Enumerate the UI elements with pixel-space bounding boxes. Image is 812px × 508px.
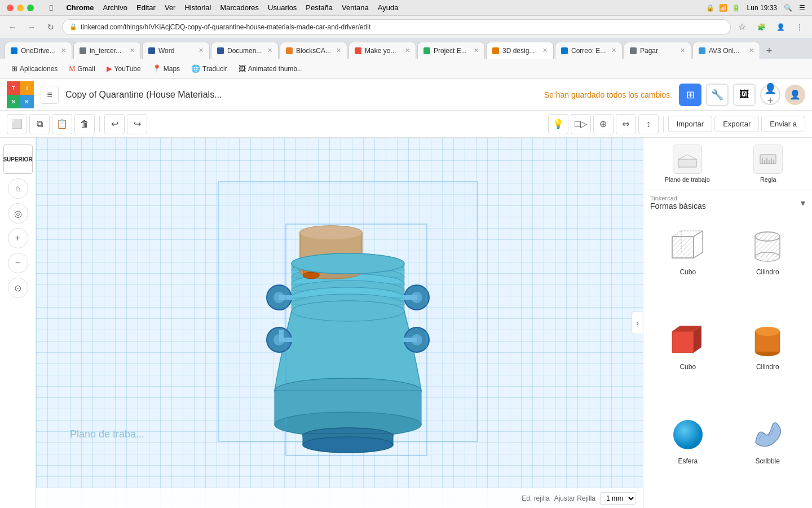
tab-close-pagar[interactable]: ✕ [680,47,685,54]
lightbulb-button[interactable]: 💡 [548,114,568,134]
menu-historial[interactable]: Historial [184,3,211,12]
share-button[interactable]: Enviar a [761,116,805,132]
grid-view-button[interactable]: ⊞ [679,84,701,106]
apple-menu[interactable]:  [50,3,52,12]
undo-button[interactable]: ↩ [104,114,125,134]
minimize-window[interactable] [17,5,24,11]
tab-pagar[interactable]: Pagar ✕ [624,42,691,59]
fit-view-button[interactable]: ⊙ [8,278,28,298]
select-button[interactable]: ⬜ [7,114,27,134]
add-user-button[interactable]: 👤+ [760,85,780,105]
tab-project[interactable]: Project E... ✕ [417,42,485,59]
shape-cilindro-orange[interactable]: Cilindro [728,314,808,409]
forward-button[interactable]: → [24,19,39,35]
tab-label-project: Project E... [434,47,467,55]
tab-close-correo[interactable]: ✕ [611,47,616,54]
address-bar[interactable]: 🔒 tinkercad.com/things/hIVKlAcjCDQ-copy-… [62,19,731,35]
menu-ventana[interactable]: Ventana [342,3,369,12]
menu-chrome[interactable]: Chrome [66,3,94,12]
shape-cilindro-wireframe[interactable]: Cilindro [728,220,808,314]
search-icon[interactable]: 🔍 [784,4,792,12]
svg-rect-72 [672,331,694,353]
tools-button[interactable]: 🔧 [706,84,729,106]
tab-onedrive[interactable]: OneDrive... ✕ [5,42,72,59]
extensions-button[interactable]: 🧩 [753,19,769,35]
tab-close-documen[interactable]: ✕ [267,47,272,54]
tab-intercer[interactable]: in_tercer... ✕ [73,42,141,59]
bookmark-button[interactable]: ☆ [734,19,750,35]
tab-3ddesign[interactable]: 3D desig... ✕ [486,42,554,59]
svg-rect-57 [672,237,694,258]
shapes-dropdown-button[interactable]: ▾ [801,198,805,208]
tab-blocks[interactable]: BlocksCA... ✕ [280,42,347,59]
tab-close-intercer[interactable]: ✕ [130,47,135,54]
home-view-button[interactable]: ⌂ [8,178,28,199]
tab-correo[interactable]: Correo: E... ✕ [555,42,623,59]
tab-documen[interactable]: Documen... ✕ [211,42,279,59]
tab-close-blocks[interactable]: ✕ [336,47,341,54]
align-button[interactable]: ⊕ [593,114,614,134]
workplane-tool[interactable]: Plano de trabajo [650,144,725,183]
shape-scribble[interactable]: Scribble [728,409,808,503]
bookmark-maps[interactable]: 📍 Maps [148,62,184,75]
menu-ayuda[interactable]: Ayuda [378,3,399,12]
orbit-button[interactable]: ◎ [8,203,28,224]
bookmark-youtube[interactable]: ▶ YouTube [102,62,145,75]
menu-icon-button[interactable]: ≡ [41,86,59,104]
grid-label: Ed. rejilla [522,494,549,502]
maximize-window[interactable] [27,5,34,11]
canvas-area[interactable]: Plano de traba... [36,138,643,508]
menu-usuarios[interactable]: Usuarios [268,3,297,12]
bookmark-animated[interactable]: 🖼 Animated thumb... [234,62,307,75]
group-button[interactable]: □▷ [571,114,591,134]
gallery-button[interactable]: 🖼 [733,84,756,106]
bookmark-traducir[interactable]: 🌐 Traducir [187,62,232,75]
tab-makeyou[interactable]: Make yo... ✕ [348,42,416,59]
menu-editar[interactable]: Editar [136,3,156,12]
paste-button[interactable]: 📋 [52,114,72,134]
user-avatar[interactable]: 👤 [785,85,805,105]
tab-close-av3[interactable]: ✕ [749,47,754,54]
new-tab-button[interactable]: + [761,43,777,59]
tab-close-3d[interactable]: ✕ [542,47,548,54]
shape-cubo-wireframe[interactable]: Cubo [648,220,728,314]
bookmark-apps[interactable]: ⊞ Aplicaciones [7,62,62,75]
shape-cubo-red[interactable]: Cubo [648,314,728,409]
zoom-out-button[interactable]: − [8,253,28,273]
redo-button[interactable]: ↪ [127,114,147,134]
tab-close-onedrive[interactable]: ✕ [61,47,66,54]
ruler-tool[interactable]: Regla [731,144,806,183]
copy-button[interactable]: ⧉ [29,114,50,134]
grid-icon: ⊞ [686,89,695,101]
tab-word[interactable]: Word ✕ [142,42,210,59]
import-button[interactable]: Importar [668,116,712,132]
shape-esfera[interactable]: Esfera [648,409,728,503]
tinkercad-logo[interactable]: T I N K [7,81,34,108]
reload-button[interactable]: ↻ [43,19,59,35]
close-window[interactable] [7,5,14,11]
delete-button[interactable]: 🗑 [74,114,95,134]
menu-pestana[interactable]: Pestaña [306,3,333,12]
notification-icon[interactable]: ☰ [799,4,805,12]
menu-ver[interactable]: Ver [165,3,176,12]
apps-icon: ⊞ [11,64,17,73]
profile-button[interactable]: 👤 [773,19,788,35]
tab-close-word[interactable]: ✕ [198,47,204,54]
more-button[interactable]: ⋮ [792,19,807,35]
menu-marcadores[interactable]: Marcadores [220,3,259,12]
tab-label-blocks: BlocksCA... [296,47,331,55]
export-button[interactable]: Exportar [714,116,759,132]
panel-collapse-button[interactable]: › [632,312,643,334]
arrange-button[interactable]: ↕ [638,114,659,134]
tab-close-make[interactable]: ✕ [405,47,410,54]
mirror-button[interactable]: ⇔ [616,114,636,134]
tab-av3[interactable]: AV3 Onl... ✕ [692,42,760,59]
back-button[interactable]: ← [5,19,20,35]
view-label-superior[interactable]: SUPERIOR [3,144,33,174]
grid-size-select[interactable]: 1 mm 2 mm 5 mm [600,492,636,505]
zoom-in-button[interactable]: + [8,228,28,248]
tab-close-project[interactable]: ✕ [474,47,479,54]
menu-archivo[interactable]: Archivo [103,3,127,12]
bookmark-gmail[interactable]: M Gmail [64,62,99,75]
shapes-header: Tinkercad Formas básicas ▾ [643,190,812,215]
